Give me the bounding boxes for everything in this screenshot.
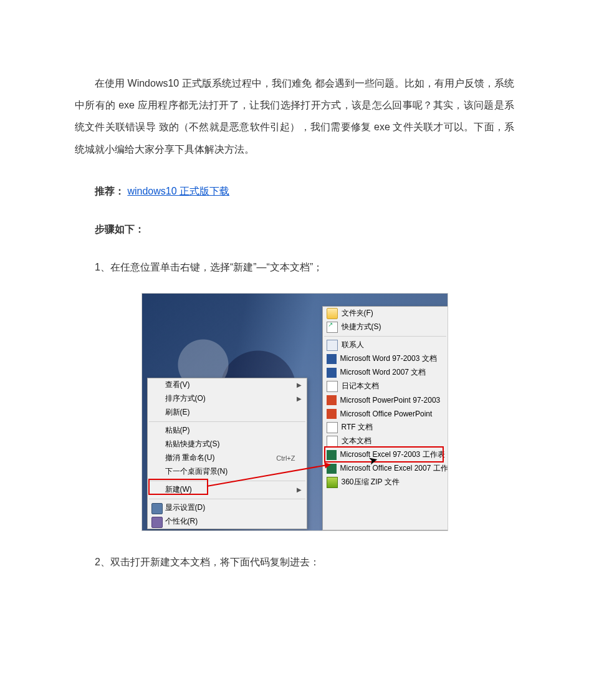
submenu-shortcut[interactable]: 快捷方式(S) (323, 320, 448, 334)
contact-icon (327, 340, 338, 351)
menu-item-paste-shortcut[interactable]: 粘贴快捷方式(S) (148, 438, 307, 451)
menu-item-view[interactable]: 查看(V)▶ (148, 378, 307, 392)
context-menu-primary: 查看(V)▶ 排序方式(O)▶ 刷新(E) 粘贴(P) 粘贴快捷方式(S) 撤消… (147, 378, 307, 529)
folder-icon (327, 308, 338, 319)
submenu-journal[interactable]: 日记本文档 (323, 380, 448, 393)
screenshot-context-menu: 查看(V)▶ 排序方式(O)▶ 刷新(E) 粘贴(P) 粘贴快捷方式(S) 撤消… (141, 293, 448, 531)
submenu-word97[interactable]: Microsoft Word 97-2003 文档 (323, 352, 448, 366)
submenu-xls-office[interactable]: Microsoft Office Excel 2007 工作簿 (323, 462, 448, 476)
intro-paragraph: 在使用 Windows10 正式版系统过程中，我们难免 都会遇到一些问题。比如，… (75, 72, 514, 160)
shortcut-icon (327, 322, 338, 333)
excel-icon (327, 450, 337, 460)
submenu-contact[interactable]: 联系人 (323, 338, 448, 352)
menu-item-sort[interactable]: 排序方式(O)▶ (148, 392, 307, 406)
submenu-ppt-office[interactable]: Microsoft Office PowerPoint (323, 407, 448, 421)
recommend-link[interactable]: windows10 正式版下载 (127, 186, 229, 196)
menu-item-personalize[interactable]: 个性化(R) (148, 515, 307, 529)
powerpoint-icon (327, 409, 337, 419)
submenu-folder[interactable]: 文件夹(F) (323, 307, 448, 320)
personalize-icon (151, 517, 163, 528)
steps-header: 步骤如下： (75, 223, 514, 236)
word-icon (327, 368, 337, 378)
submenu-ppt97[interactable]: Microsoft PowerPoint 97-2003 (323, 393, 448, 407)
context-menu-new-submenu: 文件夹(F) 快捷方式(S) 联系人 Microsoft Word 97-200… (322, 306, 448, 530)
menu-item-display-settings[interactable]: 显示设置(D) (148, 501, 307, 515)
rtf-icon (327, 422, 338, 433)
submenu-word07[interactable]: Microsoft Word 2007 文档 (323, 366, 448, 380)
recommend-line: 推荐： windows10 正式版下载 (75, 185, 514, 198)
submenu-rtf[interactable]: RTF 文档 (323, 421, 448, 434)
menu-item-paste[interactable]: 粘贴(P) (148, 424, 307, 438)
zip-icon (327, 477, 338, 488)
text-file-icon (327, 436, 338, 447)
recommend-label: 推荐： (95, 186, 125, 196)
submenu-zip[interactable]: 360压缩 ZIP 文件 (323, 476, 448, 489)
journal-icon (327, 381, 338, 392)
step-2-text: 2、双击打开新建文本文档，将下面代码复制进去： (75, 556, 514, 569)
word-icon (327, 354, 337, 364)
menu-item-new[interactable]: 新建(W)▶ (148, 483, 307, 497)
menu-item-undo[interactable]: 撤消 重命名(U)Ctrl+Z (148, 451, 307, 465)
submenu-text-document[interactable]: 文本文档 (323, 434, 448, 448)
menu-item-refresh[interactable]: 刷新(E) (148, 406, 307, 420)
step-1-text: 1、在任意位置单击右键，选择“新建”—“文本文档”； (75, 261, 514, 274)
submenu-xls97[interactable]: Microsoft Excel 97-2003 工作表 (323, 448, 448, 462)
powerpoint-icon (327, 395, 337, 405)
monitor-icon (151, 503, 163, 514)
